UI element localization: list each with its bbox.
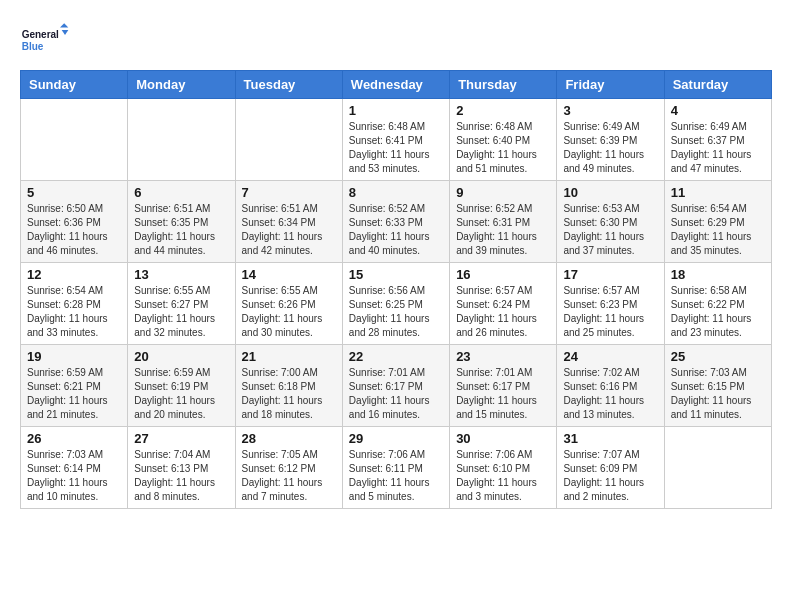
day-info: Sunrise: 6:52 AM Sunset: 6:31 PM Dayligh… bbox=[456, 202, 550, 258]
day-info: Sunrise: 7:03 AM Sunset: 6:15 PM Dayligh… bbox=[671, 366, 765, 422]
calendar-header: SundayMondayTuesdayWednesdayThursdayFrid… bbox=[21, 71, 772, 99]
calendar-cell bbox=[664, 427, 771, 509]
calendar-cell bbox=[21, 99, 128, 181]
day-number: 3 bbox=[563, 103, 657, 118]
logo: General Blue bbox=[20, 20, 70, 60]
svg-marker-3 bbox=[62, 30, 69, 35]
calendar-cell: 9Sunrise: 6:52 AM Sunset: 6:31 PM Daylig… bbox=[450, 181, 557, 263]
calendar-cell: 23Sunrise: 7:01 AM Sunset: 6:17 PM Dayli… bbox=[450, 345, 557, 427]
calendar-cell: 17Sunrise: 6:57 AM Sunset: 6:23 PM Dayli… bbox=[557, 263, 664, 345]
day-info: Sunrise: 6:59 AM Sunset: 6:21 PM Dayligh… bbox=[27, 366, 121, 422]
day-info: Sunrise: 7:07 AM Sunset: 6:09 PM Dayligh… bbox=[563, 448, 657, 504]
weekday-header: Monday bbox=[128, 71, 235, 99]
calendar-cell: 26Sunrise: 7:03 AM Sunset: 6:14 PM Dayli… bbox=[21, 427, 128, 509]
weekday-header: Sunday bbox=[21, 71, 128, 99]
calendar-cell: 30Sunrise: 7:06 AM Sunset: 6:10 PM Dayli… bbox=[450, 427, 557, 509]
calendar-cell: 5Sunrise: 6:50 AM Sunset: 6:36 PM Daylig… bbox=[21, 181, 128, 263]
day-number: 8 bbox=[349, 185, 443, 200]
svg-text:General: General bbox=[22, 29, 59, 40]
day-info: Sunrise: 6:48 AM Sunset: 6:40 PM Dayligh… bbox=[456, 120, 550, 176]
calendar-week-row: 5Sunrise: 6:50 AM Sunset: 6:36 PM Daylig… bbox=[21, 181, 772, 263]
day-number: 18 bbox=[671, 267, 765, 282]
calendar-cell: 1Sunrise: 6:48 AM Sunset: 6:41 PM Daylig… bbox=[342, 99, 449, 181]
svg-marker-2 bbox=[60, 23, 68, 27]
day-info: Sunrise: 6:57 AM Sunset: 6:23 PM Dayligh… bbox=[563, 284, 657, 340]
day-info: Sunrise: 7:01 AM Sunset: 6:17 PM Dayligh… bbox=[456, 366, 550, 422]
calendar-cell bbox=[235, 99, 342, 181]
day-number: 26 bbox=[27, 431, 121, 446]
day-info: Sunrise: 6:56 AM Sunset: 6:25 PM Dayligh… bbox=[349, 284, 443, 340]
day-info: Sunrise: 7:06 AM Sunset: 6:10 PM Dayligh… bbox=[456, 448, 550, 504]
day-info: Sunrise: 7:05 AM Sunset: 6:12 PM Dayligh… bbox=[242, 448, 336, 504]
day-info: Sunrise: 6:55 AM Sunset: 6:26 PM Dayligh… bbox=[242, 284, 336, 340]
calendar-week-row: 26Sunrise: 7:03 AM Sunset: 6:14 PM Dayli… bbox=[21, 427, 772, 509]
calendar-body: 1Sunrise: 6:48 AM Sunset: 6:41 PM Daylig… bbox=[21, 99, 772, 509]
calendar-cell: 14Sunrise: 6:55 AM Sunset: 6:26 PM Dayli… bbox=[235, 263, 342, 345]
day-info: Sunrise: 6:52 AM Sunset: 6:33 PM Dayligh… bbox=[349, 202, 443, 258]
calendar-week-row: 19Sunrise: 6:59 AM Sunset: 6:21 PM Dayli… bbox=[21, 345, 772, 427]
day-number: 7 bbox=[242, 185, 336, 200]
calendar-cell bbox=[128, 99, 235, 181]
day-number: 6 bbox=[134, 185, 228, 200]
calendar-cell: 16Sunrise: 6:57 AM Sunset: 6:24 PM Dayli… bbox=[450, 263, 557, 345]
day-info: Sunrise: 6:54 AM Sunset: 6:29 PM Dayligh… bbox=[671, 202, 765, 258]
logo-svg: General Blue bbox=[20, 20, 70, 60]
calendar-cell: 31Sunrise: 7:07 AM Sunset: 6:09 PM Dayli… bbox=[557, 427, 664, 509]
calendar-cell: 2Sunrise: 6:48 AM Sunset: 6:40 PM Daylig… bbox=[450, 99, 557, 181]
day-number: 31 bbox=[563, 431, 657, 446]
day-number: 9 bbox=[456, 185, 550, 200]
day-info: Sunrise: 6:59 AM Sunset: 6:19 PM Dayligh… bbox=[134, 366, 228, 422]
calendar-cell: 11Sunrise: 6:54 AM Sunset: 6:29 PM Dayli… bbox=[664, 181, 771, 263]
day-number: 13 bbox=[134, 267, 228, 282]
day-number: 15 bbox=[349, 267, 443, 282]
day-info: Sunrise: 6:49 AM Sunset: 6:39 PM Dayligh… bbox=[563, 120, 657, 176]
day-number: 21 bbox=[242, 349, 336, 364]
calendar-cell: 22Sunrise: 7:01 AM Sunset: 6:17 PM Dayli… bbox=[342, 345, 449, 427]
calendar-cell: 8Sunrise: 6:52 AM Sunset: 6:33 PM Daylig… bbox=[342, 181, 449, 263]
day-number: 2 bbox=[456, 103, 550, 118]
day-number: 20 bbox=[134, 349, 228, 364]
day-info: Sunrise: 6:55 AM Sunset: 6:27 PM Dayligh… bbox=[134, 284, 228, 340]
day-info: Sunrise: 6:48 AM Sunset: 6:41 PM Dayligh… bbox=[349, 120, 443, 176]
calendar-cell: 12Sunrise: 6:54 AM Sunset: 6:28 PM Dayli… bbox=[21, 263, 128, 345]
day-number: 5 bbox=[27, 185, 121, 200]
day-number: 27 bbox=[134, 431, 228, 446]
day-number: 4 bbox=[671, 103, 765, 118]
day-number: 17 bbox=[563, 267, 657, 282]
day-info: Sunrise: 6:54 AM Sunset: 6:28 PM Dayligh… bbox=[27, 284, 121, 340]
calendar-table: SundayMondayTuesdayWednesdayThursdayFrid… bbox=[20, 70, 772, 509]
day-number: 23 bbox=[456, 349, 550, 364]
calendar-week-row: 12Sunrise: 6:54 AM Sunset: 6:28 PM Dayli… bbox=[21, 263, 772, 345]
day-number: 28 bbox=[242, 431, 336, 446]
day-number: 22 bbox=[349, 349, 443, 364]
day-info: Sunrise: 6:53 AM Sunset: 6:30 PM Dayligh… bbox=[563, 202, 657, 258]
calendar-cell: 10Sunrise: 6:53 AM Sunset: 6:30 PM Dayli… bbox=[557, 181, 664, 263]
calendar-cell: 27Sunrise: 7:04 AM Sunset: 6:13 PM Dayli… bbox=[128, 427, 235, 509]
header: General Blue bbox=[20, 20, 772, 60]
calendar-cell: 21Sunrise: 7:00 AM Sunset: 6:18 PM Dayli… bbox=[235, 345, 342, 427]
calendar-week-row: 1Sunrise: 6:48 AM Sunset: 6:41 PM Daylig… bbox=[21, 99, 772, 181]
day-info: Sunrise: 6:50 AM Sunset: 6:36 PM Dayligh… bbox=[27, 202, 121, 258]
day-info: Sunrise: 7:06 AM Sunset: 6:11 PM Dayligh… bbox=[349, 448, 443, 504]
day-info: Sunrise: 7:00 AM Sunset: 6:18 PM Dayligh… bbox=[242, 366, 336, 422]
calendar-cell: 19Sunrise: 6:59 AM Sunset: 6:21 PM Dayli… bbox=[21, 345, 128, 427]
weekday-header: Saturday bbox=[664, 71, 771, 99]
calendar-cell: 15Sunrise: 6:56 AM Sunset: 6:25 PM Dayli… bbox=[342, 263, 449, 345]
calendar-cell: 3Sunrise: 6:49 AM Sunset: 6:39 PM Daylig… bbox=[557, 99, 664, 181]
svg-text:Blue: Blue bbox=[22, 41, 44, 52]
calendar-cell: 18Sunrise: 6:58 AM Sunset: 6:22 PM Dayli… bbox=[664, 263, 771, 345]
day-info: Sunrise: 7:04 AM Sunset: 6:13 PM Dayligh… bbox=[134, 448, 228, 504]
day-number: 25 bbox=[671, 349, 765, 364]
calendar-cell: 4Sunrise: 6:49 AM Sunset: 6:37 PM Daylig… bbox=[664, 99, 771, 181]
day-info: Sunrise: 6:51 AM Sunset: 6:34 PM Dayligh… bbox=[242, 202, 336, 258]
day-number: 29 bbox=[349, 431, 443, 446]
day-info: Sunrise: 6:51 AM Sunset: 6:35 PM Dayligh… bbox=[134, 202, 228, 258]
day-info: Sunrise: 7:03 AM Sunset: 6:14 PM Dayligh… bbox=[27, 448, 121, 504]
day-number: 16 bbox=[456, 267, 550, 282]
day-number: 19 bbox=[27, 349, 121, 364]
weekday-header-row: SundayMondayTuesdayWednesdayThursdayFrid… bbox=[21, 71, 772, 99]
day-number: 10 bbox=[563, 185, 657, 200]
weekday-header: Tuesday bbox=[235, 71, 342, 99]
calendar-cell: 20Sunrise: 6:59 AM Sunset: 6:19 PM Dayli… bbox=[128, 345, 235, 427]
weekday-header: Friday bbox=[557, 71, 664, 99]
